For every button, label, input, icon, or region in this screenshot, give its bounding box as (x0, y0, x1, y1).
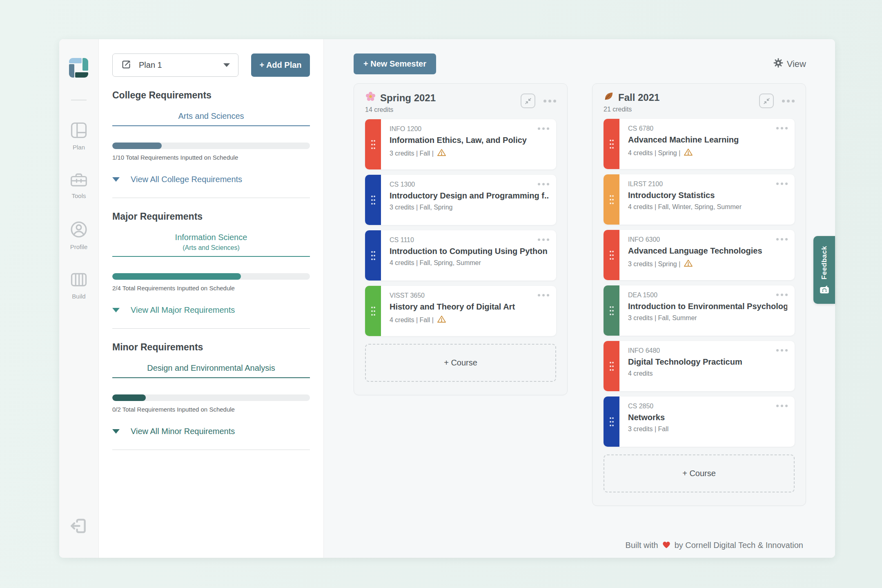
course-title: Information Ethics, Law, and Policy (390, 136, 549, 145)
course-meta: 3 credits | Fall, Spring (390, 204, 452, 211)
course-menu-button[interactable] (776, 125, 788, 131)
course-card[interactable]: VISST 3650 History and Theory of Digital… (365, 286, 556, 336)
course-card[interactable]: INFO 6300 Advanced Language Technologies… (604, 230, 795, 280)
view-all-label: View All Major Requirements (131, 305, 235, 315)
feedback-tab[interactable]: Feedback (813, 236, 835, 304)
course-color-bar-drag-handle[interactable] (365, 230, 381, 281)
course-card[interactable]: CS 6780 Advanced Machine Learning 4 cred… (604, 119, 795, 169)
collapse-semester-button[interactable] (759, 94, 774, 108)
semester-menu-button[interactable] (782, 98, 795, 104)
view-all-requirements-link[interactable]: View All Minor Requirements (112, 427, 310, 436)
footer-prefix: Built with (626, 541, 658, 550)
course-meta: 3 credits | Fall | (390, 150, 434, 157)
course-color-bar-drag-handle[interactable] (365, 286, 381, 336)
course-meta: 4 credits (628, 370, 653, 377)
course-card[interactable]: CS 1110 Introduction to Computing Using … (365, 230, 556, 281)
course-menu-button[interactable] (538, 237, 549, 243)
feedback-smiley-icon (820, 285, 829, 294)
course-menu-button[interactable] (776, 347, 788, 353)
profile-icon (70, 220, 88, 240)
requirement-sections: College Requirements Arts and Sciences 1… (112, 90, 310, 450)
progress-label: 0/2 Total Requirements Inputted on Sched… (112, 406, 310, 413)
collapse-semester-button[interactable] (521, 94, 535, 108)
course-card[interactable]: CS 1300 Introductory Design and Programm… (365, 175, 556, 225)
course-menu-button[interactable] (776, 403, 788, 409)
semester-menu-button[interactable] (543, 98, 556, 104)
drag-dots-icon (370, 195, 376, 205)
new-semester-button[interactable]: + New Semester (354, 53, 436, 74)
course-menu-button[interactable] (538, 292, 549, 298)
sidebar-item-build[interactable]: Build (70, 272, 87, 300)
drag-dots-icon (608, 305, 615, 316)
logout-icon (69, 529, 89, 536)
logout-button[interactable] (69, 517, 89, 537)
sidebar-item-profile[interactable]: Profile (70, 220, 88, 250)
course-meta: 3 credits | Fall, Summer (628, 314, 697, 322)
drag-dots-icon (370, 139, 376, 150)
course-menu-button[interactable] (538, 126, 549, 131)
progress-label: 2/4 Total Requirements Inputted on Sched… (112, 285, 310, 292)
course-title: Advanced Language Technologies (628, 246, 787, 256)
course-color-bar-drag-handle[interactable] (365, 175, 381, 225)
add-course-button[interactable]: + Course (365, 344, 556, 382)
requirement-group-subname: (Arts and Sciences) (112, 244, 310, 252)
course-card[interactable]: INFO 1200 Information Ethics, Law, and P… (365, 119, 556, 169)
view-all-requirements-link[interactable]: View All Major Requirements (112, 305, 310, 315)
course-code: VISST 3650 (390, 292, 549, 299)
requirement-group-name: Arts and Sciences (112, 111, 310, 121)
warning-icon (437, 315, 446, 325)
feedback-label: Feedback (820, 246, 829, 279)
course-card[interactable]: ILRST 2100 Introductory Statistics 4 cre… (604, 174, 795, 225)
section-divider (112, 450, 310, 450)
course-title: Advanced Machine Learning (628, 135, 787, 145)
add-course-button[interactable]: + Course (604, 454, 795, 492)
course-color-bar-drag-handle[interactable] (604, 396, 619, 447)
course-code: CS 6780 (628, 125, 787, 132)
course-card[interactable]: INFO 6480 Digital Technology Practicum 4… (604, 341, 795, 391)
triangle-down-icon (112, 308, 120, 312)
course-color-bar-drag-handle[interactable] (604, 230, 619, 280)
course-menu-button[interactable] (538, 181, 549, 187)
cherry-blossom-emoji (365, 91, 376, 105)
course-color-bar-drag-handle[interactable] (604, 174, 619, 225)
course-color-bar-drag-handle[interactable] (604, 341, 619, 391)
requirements-panel: Plan 1 + Add Plan College Requirements A… (99, 39, 323, 558)
footer-suffix: by Cornell Digital Tech & Innovation (675, 541, 803, 550)
add-plan-button[interactable]: + Add Plan (251, 53, 310, 77)
section-divider (112, 328, 310, 329)
view-settings-button[interactable]: View (773, 58, 806, 70)
build-icon (70, 272, 87, 290)
requirement-underline (112, 256, 310, 257)
section-title: Minor Requirements (112, 342, 310, 353)
course-code: ILRST 2100 (628, 180, 787, 188)
warning-icon (437, 148, 446, 158)
section-title: College Requirements (112, 90, 310, 101)
course-menu-button[interactable] (776, 181, 788, 187)
view-all-requirements-link[interactable]: View All College Requirements (112, 175, 310, 184)
course-card[interactable]: CS 2850 Networks 3 credits | Fall (604, 396, 795, 447)
progress-bar-fill (112, 143, 162, 149)
warning-icon (684, 148, 693, 158)
course-menu-button[interactable] (776, 292, 788, 298)
course-menu-button[interactable] (776, 236, 788, 242)
selected-plan-name: Plan 1 (139, 60, 162, 70)
course-color-bar-drag-handle[interactable] (365, 119, 381, 169)
section-title: Major Requirements (112, 211, 310, 222)
triangle-down-icon (112, 177, 120, 182)
drag-dots-icon (608, 139, 615, 149)
sidebar-item-plan[interactable]: Plan (70, 122, 87, 151)
footer-credit: Built with by Cornell Digital Tech & Inn… (626, 540, 803, 551)
plan-selector-dropdown[interactable]: Plan 1 (112, 53, 238, 77)
course-color-bar-drag-handle[interactable] (604, 285, 619, 336)
sidebar-item-tools[interactable]: Tools (70, 172, 88, 199)
course-card[interactable]: DEA 1500 Introduction to Environmental P… (604, 285, 795, 336)
drag-dots-icon (370, 306, 376, 316)
course-color-bar-drag-handle[interactable] (604, 119, 619, 169)
view-label: View (787, 59, 806, 69)
heart-icon (662, 540, 671, 551)
course-meta: 3 credits | Spring | (628, 261, 680, 268)
course-title: Introductory Statistics (628, 191, 787, 200)
requirement-underline (112, 125, 310, 126)
progress-bar-track (112, 273, 310, 280)
semester-card: Fall 2021 21 credits (592, 83, 806, 506)
